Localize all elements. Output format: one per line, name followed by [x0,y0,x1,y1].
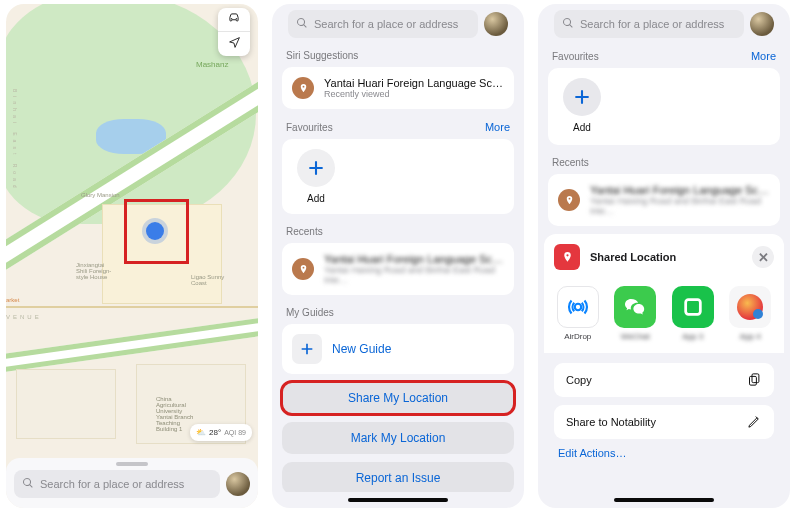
mark-my-location-button[interactable]: Mark My Location [282,422,514,454]
map-controls [218,8,250,56]
add-favourite-label: Add [573,122,591,133]
add-favourite-label: Add [307,193,325,204]
map-poi-arket: arket [6,297,19,303]
sun-icon: ⛅ [196,428,206,437]
edit-actions-link[interactable]: Edit Actions… [554,447,774,459]
aqi-label: AQI 89 [224,429,246,436]
share-app-wechat[interactable]: WeChat [614,286,658,341]
report-issue-label: Report an Issue [356,471,441,485]
search-input[interactable]: Search for a place or address [14,470,220,498]
recent-item-card[interactable]: Yantai Huari Foreign Language School (… … [282,243,514,295]
app4-icon [729,286,771,328]
road-label-vertical: Binhai East Road [12,89,18,192]
home-indicator [614,498,714,502]
recent-item-subtitle: Yantai Haixing Road and Binhai East Road… [324,265,504,285]
recent-item-card[interactable]: Yantai Huari Foreign Language School (… … [548,174,780,226]
search-input[interactable]: Search for a place or address [554,10,744,38]
share-app-label: App 3 [671,332,715,341]
copy-action[interactable]: Copy [554,363,774,397]
profile-avatar[interactable] [484,12,508,36]
new-guide-button[interactable]: New Guide [292,334,504,364]
copy-label: Copy [566,374,592,386]
map-poi-ligao: Ligao Sunny Coast [191,274,224,286]
search-input[interactable]: Search for a place or address [288,10,478,38]
map-area-label: Mashanz [196,60,228,69]
svg-point-0 [231,18,232,19]
recent-item-title: Yantai Huari Foreign Language School (… [324,253,504,265]
report-issue-button[interactable]: Report an Issue [282,462,514,492]
siri-item-subtitle: Recently viewed [324,89,504,99]
mark-my-location-label: Mark My Location [351,431,446,445]
search-icon [22,477,34,491]
section-siri-suggestions: Siri Suggestions [272,38,524,67]
section-favourites: Favourites [552,51,599,62]
new-guide-label: New Guide [332,342,391,356]
current-location-dot [146,222,164,240]
pencil-icon [747,414,762,431]
profile-avatar[interactable] [750,12,774,36]
share-my-location-button[interactable]: Share My Location [282,382,514,414]
shared-location-icon [554,244,580,270]
phone-panel-map: Binhai East Road Mashanz Glory Mansion J… [6,4,258,508]
svg-rect-5 [750,376,757,385]
add-favourite-button[interactable] [297,149,335,187]
pin-icon [292,77,314,99]
share-apps-row[interactable]: AirDrop WeChat App 3 App 4 [544,280,784,353]
svg-rect-4 [752,373,759,382]
section-favourites: Favourites [286,122,333,133]
search-sheet[interactable]: Search for a place or address [6,458,258,508]
share-app-3[interactable]: App 3 [671,286,715,341]
weather-pill[interactable]: ⛅ 28° AQI 89 [190,424,252,441]
app3-icon [672,286,714,328]
favourites-card: Add [282,139,514,214]
search-icon [296,17,308,31]
plus-icon [306,158,326,178]
section-recents: Recents [538,145,790,174]
phone-panel-sheet: Search for a place or address Siri Sugge… [272,4,524,508]
search-icon [562,17,574,31]
map-poi-campus: China Agricultural University Yantai Bra… [156,396,193,432]
guides-card: New Guide [282,324,514,374]
svg-point-1 [236,18,237,19]
siri-suggestion-card[interactable]: Yantai Huari Foreign Language School (… … [282,67,514,109]
road-label-avenue: VENUE [6,314,42,320]
home-indicator [348,498,448,502]
close-share-button[interactable]: ✕ [752,246,774,268]
location-arrow-icon [228,36,241,52]
search-placeholder: Search for a place or address [314,18,458,30]
map-poi-glory: Glory Mansion [81,192,120,198]
wechat-icon [614,286,656,328]
recent-item-title: Yantai Huari Foreign Language School (… [590,184,770,196]
favourites-more-link[interactable]: More [485,121,510,133]
copy-icon [747,372,762,389]
plus-icon [572,87,592,107]
close-icon: ✕ [758,250,769,265]
search-placeholder: Search for a place or address [40,478,184,490]
travel-mode-button[interactable] [218,8,250,32]
car-icon [227,11,241,28]
sheet-grabber[interactable] [116,462,148,466]
recent-item-subtitle: Yantai Haixing Road and Binhai East Road… [590,196,770,216]
plus-icon [299,341,315,357]
share-app-label: AirDrop [556,332,600,341]
siri-item-title: Yantai Huari Foreign Language School (… [324,77,504,89]
svg-rect-3 [685,300,700,315]
section-recents: Recents [272,214,524,243]
profile-avatar[interactable] [226,472,250,496]
favourites-card: Add [548,68,780,145]
notability-label: Share to Notability [566,416,656,428]
share-app-airdrop[interactable]: AirDrop [556,286,600,341]
favourites-more-link[interactable]: More [751,50,776,62]
recenter-button[interactable] [218,32,250,56]
share-my-location-label: Share My Location [348,391,448,405]
temperature: 28° [209,428,221,437]
add-favourite-button[interactable] [563,78,601,116]
section-my-guides: My Guides [272,295,524,324]
share-sheet: Shared Location ✕ AirDrop WeChat [544,234,784,492]
share-to-notability-action[interactable]: Share to Notability [554,405,774,439]
share-app-4[interactable]: App 4 [729,286,773,341]
pin-icon [558,189,580,211]
phone-panel-share: Search for a place or address Favourites… [538,4,790,508]
airdrop-icon [557,286,599,328]
share-sheet-title: Shared Location [590,251,742,263]
